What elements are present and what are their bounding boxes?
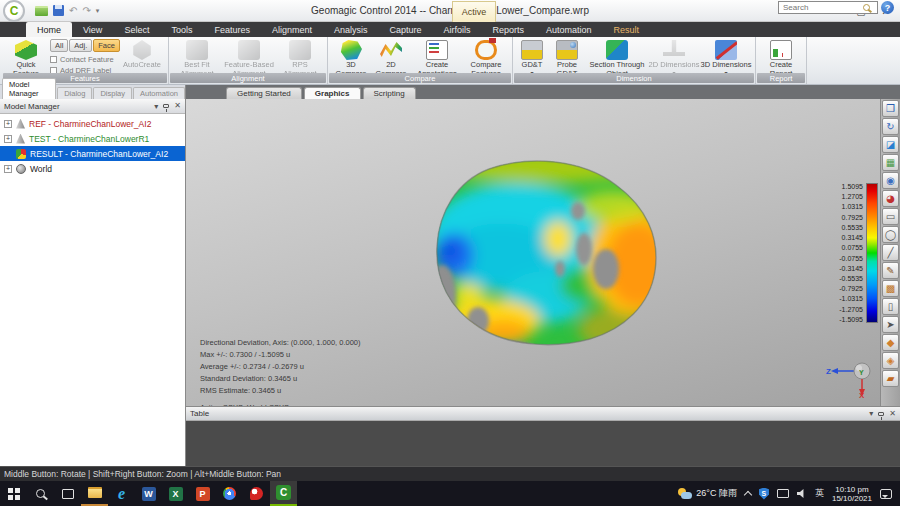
excel-icon[interactable]: X [162, 481, 189, 506]
graphics-viewport[interactable]: Directional Deviation, Axis: (0.000, 1.0… [186, 99, 880, 406]
start-button[interactable] [0, 481, 27, 506]
expand-icon[interactable]: + [4, 120, 12, 128]
custom-region-icon[interactable]: ▩ [882, 280, 899, 297]
table-menu-icon[interactable]: ▾ [869, 409, 873, 418]
autocreate-button[interactable]: AutoCreate [119, 38, 165, 72]
search-input[interactable] [779, 3, 863, 12]
paint-select-icon[interactable]: ✎ [882, 262, 899, 279]
ribbon-button[interactable]: 3D Dimensions ▾ [700, 38, 752, 72]
selection-mode-toggle[interactable]: Adj. [69, 39, 92, 52]
geomagic-logo-icon[interactable]: C [3, 0, 25, 22]
quick-feature-button[interactable]: Quick Feature [5, 38, 47, 72]
ribbon-tab[interactable]: Select [113, 22, 160, 37]
polyline-select-icon[interactable]: ╱ [882, 244, 899, 261]
document-tab[interactable]: Graphics [304, 87, 361, 99]
ribbon-button[interactable]: Compare Features [463, 38, 509, 72]
document-tab[interactable]: Scripting [363, 87, 416, 99]
ribbon-button[interactable]: Section Through Object [586, 38, 648, 72]
ribbon-tab[interactable]: Analysis [323, 22, 379, 37]
zoom-window-icon[interactable]: ◉ [882, 172, 899, 189]
selection-mode-toggle[interactable]: Face [93, 39, 120, 52]
security-shield-icon[interactable]: S [759, 488, 769, 500]
ribbon-tab[interactable]: Tools [160, 22, 203, 37]
panel-menu-icon[interactable]: ▾ [154, 102, 158, 111]
ribbon-tab[interactable]: Automation [535, 22, 603, 37]
tree-item[interactable]: RESULT - CharmineChanLower_AI2 [0, 146, 185, 161]
panel-tab[interactable]: Automation [133, 87, 185, 99]
ribbon-tab[interactable]: Home [26, 22, 72, 37]
ribbon-tab[interactable]: Alignment [261, 22, 323, 37]
table-panel-body[interactable] [186, 421, 900, 466]
undo-icon[interactable]: ↶ [69, 6, 77, 16]
word-icon[interactable]: W [135, 481, 162, 506]
task-view-icon[interactable] [54, 481, 81, 506]
file-explorer-icon[interactable] [81, 481, 108, 506]
save-icon[interactable] [53, 5, 64, 16]
ribbon-tab[interactable]: Capture [378, 22, 432, 37]
checkbox[interactable] [50, 56, 57, 63]
panel-close-icon[interactable]: ✕ [174, 102, 181, 110]
powerpoint-icon[interactable]: P [189, 481, 216, 506]
pin-icon[interactable] [163, 104, 169, 108]
internet-explorer-icon[interactable]: e [108, 481, 135, 506]
ribbon-button[interactable]: Feature-Based Alignment [222, 38, 276, 72]
select-components-icon[interactable]: ◆ [882, 334, 899, 351]
expand-icon[interactable]: + [4, 135, 12, 143]
ribbon-button[interactable]: Create Annotations [411, 38, 463, 72]
input-language-indicator[interactable]: 英 [815, 487, 824, 500]
tree-item[interactable]: + REF - CharmineChanLower_AI2 [0, 116, 185, 131]
qat-dropdown-icon[interactable]: ▾ [96, 7, 100, 15]
tray-expand-icon[interactable] [744, 491, 752, 499]
spectrum-icon[interactable]: ◕ [882, 190, 899, 207]
ribbon-button[interactable]: RPS Alignment [276, 38, 324, 72]
select-through-icon[interactable]: ◈ [882, 352, 899, 369]
selection-mode-toggle[interactable]: All [50, 39, 68, 52]
help-button[interactable]: ? [881, 1, 894, 14]
orientation-triad[interactable]: Z Y X [826, 357, 876, 399]
search-icon[interactable] [863, 4, 870, 11]
ribbon-tab[interactable]: View [72, 22, 113, 37]
network-display-icon[interactable] [777, 489, 789, 498]
ribbon-group-alignment: Best Fit Alignment Feature-Based Alignme… [169, 37, 328, 84]
rectangle-select-icon[interactable]: ▭ [882, 208, 899, 225]
ribbon-button[interactable]: 3D Compare [331, 38, 371, 72]
weather-widget[interactable]: 26°C 陣雨 [677, 487, 737, 500]
panel-tab[interactable]: Model Manager [2, 78, 56, 99]
tree-item[interactable]: + TEST - CharmineChanLowerR1 [0, 131, 185, 146]
ribbon-button[interactable]: Probe GD&T [548, 38, 586, 72]
chrome-icon[interactable] [216, 481, 243, 506]
rotate-view-icon[interactable]: ↻ [882, 118, 899, 135]
ribbon-tab[interactable]: Reports [482, 22, 536, 37]
capture-image-icon[interactable]: ▦ [882, 154, 899, 171]
notification-center-icon[interactable] [880, 489, 892, 499]
ribbon-button[interactable]: GD&T ▾ [516, 38, 548, 72]
ribbon-tab[interactable]: Airfoils [433, 22, 482, 37]
table-pin-icon[interactable] [878, 412, 884, 416]
fit-view-icon[interactable]: ❐ [882, 100, 899, 117]
redo-icon[interactable]: ↷ [82, 6, 90, 16]
lasso-select-icon[interactable]: ◯ [882, 226, 899, 243]
document-tab[interactable]: Getting Started [226, 87, 302, 99]
taskbar-clock[interactable]: 10:10 pm 15/10/2021 [832, 485, 872, 503]
panel-tab[interactable]: Dialog [57, 87, 92, 99]
shaded-view-icon[interactable]: ◪ [882, 136, 899, 153]
volume-icon[interactable] [797, 489, 807, 499]
tree-item[interactable]: + World [0, 161, 185, 176]
search-icon[interactable] [27, 481, 54, 506]
open-file-icon[interactable] [35, 6, 48, 16]
ribbon-button[interactable]: Best Fit Alignment [172, 38, 222, 72]
select-cursor-icon[interactable]: ➤ [882, 316, 899, 333]
ribbon-button[interactable]: 2D Compare [371, 38, 411, 72]
checkbox-row[interactable]: Contact Feature [50, 54, 116, 65]
table-close-icon[interactable]: ✕ [889, 410, 896, 418]
ribbon-tab[interactable]: Features [203, 22, 261, 37]
expand-icon[interactable]: + [4, 165, 12, 173]
ribbon-button[interactable]: Create Report ▾ [759, 38, 803, 72]
ribbon-tab[interactable]: Result [603, 22, 651, 37]
rectangle-mode-icon[interactable]: ▯ [882, 298, 899, 315]
geomagic-control-icon[interactable]: C [270, 481, 297, 506]
panel-tab[interactable]: Display [93, 87, 132, 99]
select-visible-icon[interactable]: ▰ [882, 370, 899, 387]
ribbon-button[interactable]: 2D Dimensions ▾ [648, 38, 700, 72]
geomagic-wrap-icon[interactable] [243, 481, 270, 506]
